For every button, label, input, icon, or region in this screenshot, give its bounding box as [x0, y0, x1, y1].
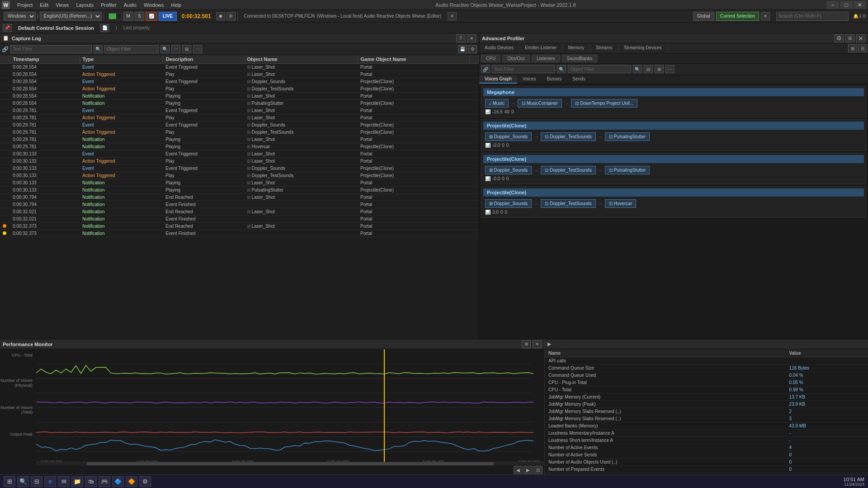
store-btn[interactable]: 🛍 — [85, 476, 97, 487]
voice-node[interactable]: ♩ Music — [485, 99, 509, 108]
live-button[interactable]: LIVE — [159, 12, 177, 21]
table-row[interactable]: 0:00:32.373NotificationEnd Reached⊞ Lase… — [0, 223, 479, 230]
table-row[interactable]: 0:00:28.554NotificationPlaying⊞ Pulsatin… — [0, 100, 479, 107]
menu-layouts[interactable]: Layouts — [72, 1, 97, 9]
voice-node[interactable]: ⊡ DownTempo Project Unif... — [571, 99, 637, 108]
menu-edit[interactable]: Edit — [36, 1, 52, 9]
adv-close-btn[interactable]: ✕ — [856, 34, 865, 42]
voice-grid-btn[interactable]: ⊞ — [655, 65, 664, 73]
menu-project[interactable]: Project — [14, 1, 36, 9]
menu-audio[interactable]: Audio — [120, 1, 140, 9]
table-row[interactable]: 0:00:30.133Action TriggeredPlay⊞ Doppler… — [0, 172, 479, 179]
menu-views[interactable]: Views — [52, 1, 72, 9]
app2-btn[interactable]: 🔷 — [112, 476, 124, 487]
voice-node[interactable]: ⊞ Doppler_Sounds — [485, 199, 532, 208]
table-row[interactable]: 0:00:29.781NotificationPlaying⊞ Laser_Sh… — [0, 136, 479, 143]
perf-scrollbar[interactable] — [36, 462, 544, 465]
voice-obj-search-btn[interactable]: 🔍 — [633, 65, 642, 73]
language-select[interactable]: English(US) (Referen...) — [40, 12, 102, 21]
table-row[interactable]: 0:00:32.021NotificationEvent FinishedPor… — [0, 216, 479, 223]
object-filter-input[interactable] — [104, 45, 159, 53]
graph-button[interactable]: 📈 — [146, 12, 157, 21]
sub-tab-soundbanks[interactable]: SoundBanks — [562, 55, 598, 62]
table-row[interactable]: 0:00:28.554EventEvent Triggered⊞ Doppler… — [0, 78, 479, 85]
table-row[interactable]: 0:00:30.133NotificationPlaying⊞ Pulsatin… — [0, 187, 479, 194]
mail-btn[interactable]: ✉ — [58, 476, 70, 487]
text-filter-search-btn[interactable]: 🔍 — [94, 45, 103, 53]
capture-close-btn[interactable]: ✕ — [467, 34, 476, 42]
taskview-btn[interactable]: ⊟ — [31, 476, 42, 487]
table-row[interactable]: 0:00:29.781NotificationPlaying⊞ Hovercar… — [0, 143, 479, 150]
tab-memory[interactable]: Memory — [563, 43, 590, 53]
table-row[interactable]: 0:00:30.133Action TriggeredPlay⊞ Laser_S… — [0, 158, 479, 165]
m-button[interactable]: M — [123, 12, 133, 21]
sub-tab-listeners[interactable]: Listeners — [532, 55, 560, 62]
table-row[interactable]: 0:00:32.373NotificationEvent FinishedPor… — [0, 230, 479, 237]
capture-icon-btn[interactable]: ⏺ — [216, 12, 225, 20]
table-row[interactable]: 0:00:30.794NotificationEvent FinishedPor… — [0, 201, 479, 208]
filter-another-btn[interactable]: ⋯ — [193, 45, 202, 53]
adv-settings-btn[interactable]: ⚙ — [835, 34, 844, 42]
tab-audio-devices[interactable]: Audio Devices — [479, 43, 519, 53]
voice-search-btn[interactable]: 🔍 — [557, 65, 566, 73]
table-row[interactable]: 0:00:29.781EventEvent Triggered⊞ Doppler… — [0, 122, 479, 129]
maximize-button[interactable]: □ — [840, 1, 853, 9]
menu-help[interactable]: Help — [168, 1, 185, 9]
perf-nav-right[interactable]: ▶ — [524, 466, 533, 474]
adv-tab-list-btn[interactable]: ☰ — [858, 44, 867, 52]
perf-settings-btn[interactable]: ⚙ — [522, 340, 531, 348]
workspace-select[interactable]: Windows — [4, 12, 36, 21]
edge-btn[interactable]: e — [44, 476, 56, 487]
table-row[interactable]: 0:00:29.781EventEvent Triggered⊞ Laser_S… — [0, 107, 479, 114]
table-row[interactable]: 0:00:29.781Action TriggeredPlay⊞ Doppler… — [0, 129, 479, 136]
voice-node[interactable]: ⊡ PulsatingStutter — [605, 166, 650, 174]
busses-tab[interactable]: Busses — [542, 75, 567, 84]
sub-tab-cpu[interactable]: CPU — [481, 55, 500, 62]
voices-graph-tab[interactable]: Voices Graph — [479, 75, 517, 84]
adv-grid-btn[interactable]: ⊞ — [845, 34, 854, 42]
voice-node[interactable]: ⊡ Doppler_TestSounds — [541, 199, 596, 208]
perf-close-btn[interactable]: ✕ — [533, 340, 542, 348]
menu-windows[interactable]: Windows — [140, 1, 168, 9]
current-selection-button[interactable]: Current Selection — [716, 12, 759, 21]
tab-streams[interactable]: Streams — [590, 43, 618, 53]
table-row[interactable]: 0:00:28.554Action TriggeredPlay⊞ Doppler… — [0, 85, 479, 93]
voice-node[interactable]: ⊞ Doppler_Sounds — [485, 132, 532, 141]
search-input[interactable] — [776, 12, 849, 21]
explorer-btn[interactable]: 📁 — [71, 476, 83, 487]
start-button[interactable]: ⊞ — [4, 476, 15, 487]
filter-more-btn[interactable]: ⋯ — [171, 45, 180, 53]
capture-settings-btn[interactable]: ⚙ — [468, 45, 477, 53]
perf-nav-end[interactable]: ⊡ — [533, 466, 542, 474]
close-connection-btn[interactable]: ✕ — [448, 12, 457, 20]
text-filter-input[interactable] — [10, 45, 92, 53]
sub-tab-obs[interactable]: Obs/Occ — [502, 55, 530, 62]
session-icon-btn[interactable]: 📄 — [100, 24, 109, 32]
table-row[interactable]: 0:00:30.794NotificationEnd Reached⊞ Lase… — [0, 194, 479, 201]
adv-tab-grid-btn[interactable]: ⊞ — [848, 44, 857, 52]
table-row[interactable]: 0:00:30.133NotificationPlaying⊞ Laser_Sh… — [0, 179, 479, 187]
settings-icon-btn[interactable]: ⚙ — [226, 12, 236, 20]
voice-filter-btn[interactable]: ⊟ — [644, 65, 653, 73]
voice-node[interactable]: ⊡ Doppler_TestSounds — [541, 166, 596, 174]
voice-node[interactable]: ⊡ PulsatingStutter — [605, 132, 650, 141]
search-taskbar-btn[interactable]: 🔍 — [17, 476, 29, 487]
voice-node[interactable]: ⊡ MusicContainer — [518, 99, 562, 108]
table-row[interactable]: 0:00:30.133EventEvent Triggered⊞ Laser_S… — [0, 150, 479, 158]
app3-btn[interactable]: 🔶 — [126, 476, 137, 487]
voice-text-filter[interactable] — [492, 65, 555, 73]
voice-node[interactable]: ⊡ Doppler_TestSounds — [541, 132, 596, 141]
s-button[interactable]: S — [135, 12, 144, 21]
close-button[interactable]: ✕ — [854, 1, 866, 9]
table-row[interactable]: 0:00:28.554NotificationPlaying⊞ Laser_Sh… — [0, 93, 479, 100]
tab-emitter-listener[interactable]: Emitter-Listener — [519, 43, 563, 53]
capture-help-btn[interactable]: ? — [456, 34, 465, 42]
voices-tab[interactable]: Voices — [517, 75, 541, 84]
voice-tab-link-btn[interactable]: 🔗 — [481, 65, 490, 73]
table-row[interactable]: 0:00:32.021NotificationEnd Reached⊞ Lase… — [0, 208, 479, 216]
table-row[interactable]: 0:00:28.554Action TriggeredPlay⊞ Laser_S… — [0, 71, 479, 78]
table-row[interactable]: 0:00:29.781Action TriggeredPlay⊞ Laser_S… — [0, 114, 479, 122]
voice-obj-filter[interactable] — [568, 65, 631, 73]
voice-node[interactable]: ⊞ Doppler_Sounds — [485, 166, 532, 174]
perf-nav-left[interactable]: ◀ — [514, 466, 523, 474]
